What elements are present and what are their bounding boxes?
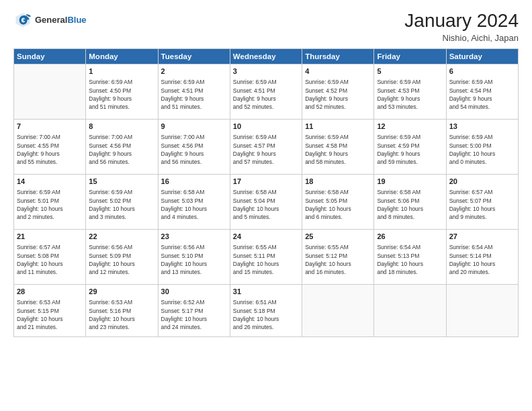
calendar-cell: 28Sunrise: 6:53 AMSunset: 5:15 PMDayligh…	[14, 284, 86, 336]
day-info: Sunrise: 6:59 AMSunset: 4:58 PMDaylight:…	[305, 133, 371, 166]
weekday-header-sunday: Sunday	[14, 48, 86, 64]
title-block: January 2024 Nishio, Aichi, Japan	[404, 11, 519, 43]
calendar-cell: 24Sunrise: 6:55 AMSunset: 5:11 PMDayligh…	[230, 229, 302, 284]
weekday-header-saturday: Saturday	[446, 48, 518, 64]
calendar-cell	[302, 284, 374, 336]
day-number: 24	[233, 232, 299, 242]
day-number: 22	[89, 232, 154, 242]
calendar-cell: 8Sunrise: 7:00 AMSunset: 4:56 PMDaylight…	[86, 119, 158, 174]
day-number: 31	[233, 287, 299, 297]
day-info: Sunrise: 6:59 AMSunset: 4:59 PMDaylight:…	[377, 133, 443, 166]
calendar-cell: 16Sunrise: 6:58 AMSunset: 5:03 PMDayligh…	[158, 174, 230, 229]
day-number: 23	[161, 232, 227, 242]
weekday-header-monday: Monday	[86, 48, 158, 64]
day-number: 30	[161, 287, 227, 297]
day-info: Sunrise: 6:59 AMSunset: 4:57 PMDaylight:…	[233, 133, 299, 166]
month-title: January 2024	[404, 11, 519, 32]
day-info: Sunrise: 6:59 AMSunset: 5:00 PMDaylight:…	[449, 133, 515, 166]
day-info: Sunrise: 6:54 AMSunset: 5:13 PMDaylight:…	[377, 243, 443, 276]
day-number: 10	[233, 122, 299, 132]
weekday-header-friday: Friday	[374, 48, 446, 64]
calendar-week-2: 14Sunrise: 6:59 AMSunset: 5:01 PMDayligh…	[14, 174, 519, 229]
logo-text: GeneralBlue	[35, 15, 87, 26]
logo-blue: Blue	[67, 15, 86, 25]
day-info: Sunrise: 6:55 AMSunset: 5:11 PMDaylight:…	[233, 243, 299, 276]
calendar-cell: 4Sunrise: 6:59 AMSunset: 4:52 PMDaylight…	[302, 64, 374, 119]
day-info: Sunrise: 7:00 AMSunset: 4:55 PMDaylight:…	[17, 133, 83, 166]
day-number: 26	[377, 232, 443, 242]
calendar-cell: 10Sunrise: 6:59 AMSunset: 4:57 PMDayligh…	[230, 119, 302, 174]
day-info: Sunrise: 6:57 AMSunset: 5:07 PMDaylight:…	[449, 188, 515, 221]
day-info: Sunrise: 7:00 AMSunset: 4:56 PMDaylight:…	[161, 133, 227, 166]
calendar-week-4: 28Sunrise: 6:53 AMSunset: 5:15 PMDayligh…	[14, 284, 519, 336]
weekday-header-tuesday: Tuesday	[158, 48, 230, 64]
day-info: Sunrise: 6:59 AMSunset: 5:02 PMDaylight:…	[89, 188, 154, 221]
calendar-cell: 19Sunrise: 6:58 AMSunset: 5:06 PMDayligh…	[374, 174, 446, 229]
page: GeneralBlue January 2024 Nishio, Aichi, …	[0, 0, 532, 411]
day-info: Sunrise: 6:56 AMSunset: 5:09 PMDaylight:…	[89, 243, 154, 276]
day-info: Sunrise: 6:59 AMSunset: 4:50 PMDaylight:…	[89, 78, 154, 111]
calendar-cell: 2Sunrise: 6:59 AMSunset: 4:51 PMDaylight…	[158, 64, 230, 119]
day-number: 8	[89, 122, 154, 132]
day-info: Sunrise: 6:58 AMSunset: 5:06 PMDaylight:…	[377, 188, 443, 221]
day-number: 25	[305, 232, 371, 242]
day-number: 27	[449, 232, 515, 242]
day-info: Sunrise: 6:58 AMSunset: 5:03 PMDaylight:…	[161, 188, 227, 221]
day-info: Sunrise: 6:58 AMSunset: 5:04 PMDaylight:…	[233, 188, 299, 221]
calendar-cell: 26Sunrise: 6:54 AMSunset: 5:13 PMDayligh…	[374, 229, 446, 284]
calendar-cell: 12Sunrise: 6:59 AMSunset: 4:59 PMDayligh…	[374, 119, 446, 174]
header: GeneralBlue January 2024 Nishio, Aichi, …	[13, 11, 519, 43]
day-number: 4	[305, 66, 371, 77]
day-number: 17	[233, 177, 299, 187]
calendar-cell: 23Sunrise: 6:56 AMSunset: 5:10 PMDayligh…	[158, 229, 230, 284]
day-info: Sunrise: 6:59 AMSunset: 4:54 PMDaylight:…	[449, 78, 515, 111]
day-number: 7	[17, 122, 83, 132]
calendar-cell: 20Sunrise: 6:57 AMSunset: 5:07 PMDayligh…	[446, 174, 518, 229]
calendar-cell: 25Sunrise: 6:55 AMSunset: 5:12 PMDayligh…	[302, 229, 374, 284]
day-info: Sunrise: 6:57 AMSunset: 5:08 PMDaylight:…	[17, 243, 83, 276]
day-number: 20	[449, 177, 515, 187]
day-info: Sunrise: 6:53 AMSunset: 5:15 PMDaylight:…	[17, 298, 83, 331]
day-info: Sunrise: 6:59 AMSunset: 4:53 PMDaylight:…	[377, 78, 443, 111]
calendar-cell: 9Sunrise: 7:00 AMSunset: 4:56 PMDaylight…	[158, 119, 230, 174]
weekday-header-thursday: Thursday	[302, 48, 374, 64]
day-number: 11	[305, 122, 371, 132]
day-info: Sunrise: 6:51 AMSunset: 5:18 PMDaylight:…	[233, 298, 299, 331]
calendar-cell: 31Sunrise: 6:51 AMSunset: 5:18 PMDayligh…	[230, 284, 302, 336]
day-number: 2	[161, 66, 227, 77]
day-info: Sunrise: 6:53 AMSunset: 5:16 PMDaylight:…	[89, 298, 154, 331]
calendar-week-1: 7Sunrise: 7:00 AMSunset: 4:55 PMDaylight…	[14, 119, 519, 174]
day-number: 6	[449, 66, 515, 77]
day-info: Sunrise: 6:52 AMSunset: 5:17 PMDaylight:…	[161, 298, 227, 331]
day-info: Sunrise: 6:55 AMSunset: 5:12 PMDaylight:…	[305, 243, 371, 276]
weekday-header-row: SundayMondayTuesdayWednesdayThursdayFrid…	[14, 48, 519, 64]
calendar-cell: 29Sunrise: 6:53 AMSunset: 5:16 PMDayligh…	[86, 284, 158, 336]
day-info: Sunrise: 6:59 AMSunset: 4:51 PMDaylight:…	[161, 78, 227, 111]
calendar-table: SundayMondayTuesdayWednesdayThursdayFrid…	[13, 48, 519, 337]
calendar-cell	[14, 64, 86, 119]
calendar-cell: 11Sunrise: 6:59 AMSunset: 4:58 PMDayligh…	[302, 119, 374, 174]
day-number: 28	[17, 287, 83, 297]
location-subtitle: Nishio, Aichi, Japan	[404, 33, 519, 43]
day-number: 12	[377, 122, 443, 132]
calendar-cell: 17Sunrise: 6:58 AMSunset: 5:04 PMDayligh…	[230, 174, 302, 229]
calendar-cell: 5Sunrise: 6:59 AMSunset: 4:53 PMDaylight…	[374, 64, 446, 119]
calendar-cell: 3Sunrise: 6:59 AMSunset: 4:51 PMDaylight…	[230, 64, 302, 119]
calendar-cell: 7Sunrise: 7:00 AMSunset: 4:55 PMDaylight…	[14, 119, 86, 174]
calendar-cell: 13Sunrise: 6:59 AMSunset: 5:00 PMDayligh…	[446, 119, 518, 174]
calendar-cell: 14Sunrise: 6:59 AMSunset: 5:01 PMDayligh…	[14, 174, 86, 229]
logo-icon	[13, 11, 32, 30]
calendar-cell: 22Sunrise: 6:56 AMSunset: 5:09 PMDayligh…	[86, 229, 158, 284]
calendar-cell: 15Sunrise: 6:59 AMSunset: 5:02 PMDayligh…	[86, 174, 158, 229]
logo: GeneralBlue	[13, 11, 87, 30]
day-number: 21	[17, 232, 83, 242]
calendar-cell: 1Sunrise: 6:59 AMSunset: 4:50 PMDaylight…	[86, 64, 158, 119]
weekday-header-wednesday: Wednesday	[230, 48, 302, 64]
calendar-cell: 6Sunrise: 6:59 AMSunset: 4:54 PMDaylight…	[446, 64, 518, 119]
day-number: 3	[233, 66, 299, 77]
day-number: 9	[161, 122, 227, 132]
day-info: Sunrise: 6:58 AMSunset: 5:05 PMDaylight:…	[305, 188, 371, 221]
calendar-cell	[446, 284, 518, 336]
calendar-cell: 18Sunrise: 6:58 AMSunset: 5:05 PMDayligh…	[302, 174, 374, 229]
day-info: Sunrise: 6:59 AMSunset: 5:01 PMDaylight:…	[17, 188, 83, 221]
